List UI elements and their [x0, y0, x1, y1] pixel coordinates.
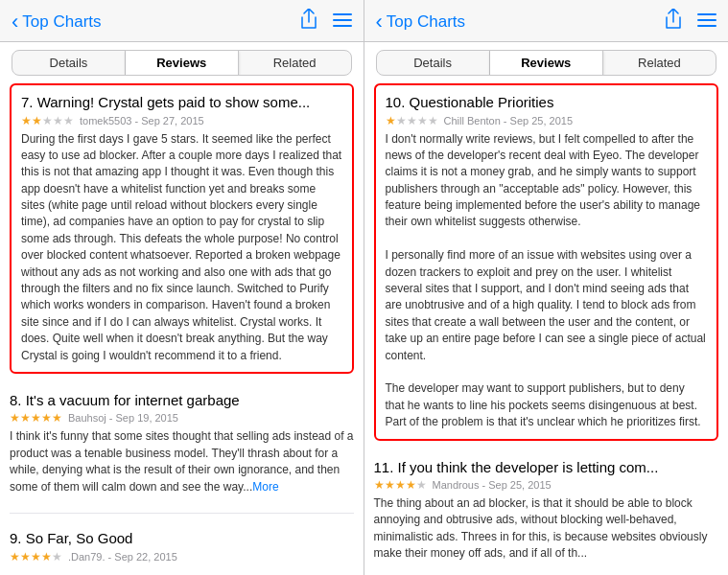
review-title: 11. If you think the developer is lettin… [374, 458, 719, 477]
reviews-content: 10. Questionable Priorities★★★★★ Chill B… [364, 83, 729, 575]
review-title: 8. It's a vacuum for internet garbage [10, 391, 354, 410]
svg-rect-4 [697, 19, 716, 21]
read-more-link[interactable]: More [252, 480, 278, 494]
list-icon[interactable] [333, 12, 352, 32]
panel-right: ‹ Top Charts DetailsReviewsRelated10. Qu… [364, 0, 729, 575]
svg-rect-0 [333, 13, 352, 15]
tab-related[interactable]: Related [239, 51, 351, 75]
review-card: 11. If you think the developer is lettin… [374, 450, 719, 570]
review-body: I don't normally write reviews, but I fe… [386, 131, 708, 431]
header-icons [665, 9, 716, 34]
reviewer-name: Bauhsoj - Sep 19, 2015 [68, 412, 178, 424]
star-rating: ★★★★★ [10, 550, 62, 564]
svg-rect-3 [697, 13, 716, 15]
star-rating: ★★★★★ [10, 411, 62, 425]
tab-related[interactable]: Related [603, 51, 716, 75]
review-body: The thing about an ad blocker, is that i… [374, 495, 719, 563]
reviews-content: 7. Warning! Crystal gets paid to show so… [0, 83, 364, 575]
header: ‹ Top Charts [364, 0, 729, 42]
review-title: 9. So Far, So Good [10, 529, 354, 548]
svg-rect-1 [333, 19, 352, 21]
reviewer-name: tomek5503 - Sep 27, 2015 [80, 115, 204, 126]
back-label: Top Charts [387, 12, 465, 32]
share-icon[interactable] [665, 9, 682, 34]
back-label: Top Charts [22, 12, 101, 32]
review-card: 7. Warning! Crystal gets paid to show so… [10, 83, 354, 374]
back-button[interactable]: ‹ Top Charts [12, 10, 102, 34]
share-icon[interactable] [300, 9, 317, 34]
review-card: 8. It's a vacuum for internet garbage★★★… [10, 383, 354, 503]
star-rating: ★★★★★ [386, 114, 438, 127]
tab-reviews[interactable]: Reviews [126, 51, 239, 75]
reviewer-name: Mandrous - Sep 25, 2015 [433, 479, 552, 491]
chevron-left-icon: ‹ [12, 10, 18, 34]
review-card: 9. So Far, So Good★★★★★ .Dan79. - Sep 22… [10, 521, 354, 575]
list-icon[interactable] [697, 12, 716, 32]
review-meta: ★★★★★ .Dan79. - Sep 22, 2015 [10, 550, 354, 564]
review-body: During the first days I gave 5 stars. It… [21, 131, 342, 364]
review-meta: ★★★★★ Chill Benton - Sep 25, 2015 [386, 114, 708, 127]
tab-reviews[interactable]: Reviews [490, 51, 603, 75]
review-meta: ★★★★★ Mandrous - Sep 25, 2015 [374, 478, 719, 492]
review-title: 7. Warning! Crystal gets paid to show so… [21, 93, 342, 112]
review-card: 10. Questionable Priorities★★★★★ Chill B… [374, 83, 719, 441]
divider [10, 513, 354, 514]
star-rating: ★★★★★ [21, 114, 74, 127]
tab-bar: DetailsReviewsRelated [12, 50, 352, 76]
reviewer-name: Chill Benton - Sep 25, 2015 [444, 115, 574, 126]
tab-details[interactable]: Details [12, 51, 126, 75]
header-icons [300, 9, 352, 34]
review-meta: ★★★★★ Bauhsoj - Sep 19, 2015 [10, 411, 354, 425]
star-rating: ★★★★★ [374, 478, 427, 492]
review-body: I think it's funny that some sites thoug… [10, 428, 354, 495]
review-title: 10. Questionable Priorities [386, 93, 708, 112]
back-button[interactable]: ‹ Top Charts [376, 10, 466, 34]
tab-details[interactable]: Details [377, 51, 490, 75]
svg-rect-5 [697, 25, 716, 27]
review-meta: ★★★★★ tomek5503 - Sep 27, 2015 [21, 114, 342, 127]
reviewer-name: .Dan79. - Sep 22, 2015 [68, 551, 177, 563]
panel-left: ‹ Top Charts DetailsReviewsRelated7. War… [0, 0, 364, 575]
chevron-left-icon: ‹ [376, 10, 383, 34]
tab-bar: DetailsReviewsRelated [376, 50, 717, 76]
svg-rect-2 [333, 25, 352, 27]
header: ‹ Top Charts [0, 0, 364, 42]
